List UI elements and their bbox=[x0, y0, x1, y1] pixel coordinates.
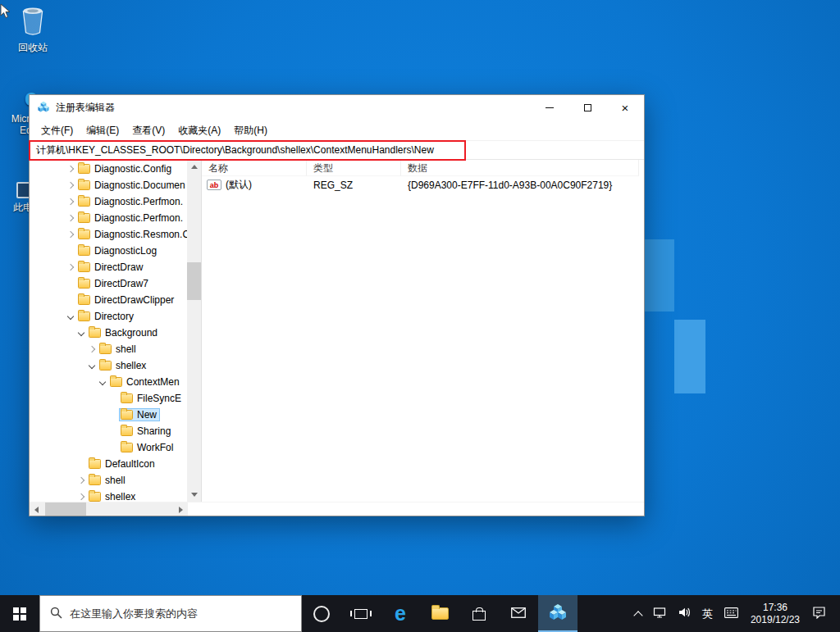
tree-item[interactable]: DirectDraw bbox=[30, 259, 187, 275]
vertical-scroll-track[interactable] bbox=[187, 174, 201, 488]
menu-item[interactable]: 帮助(H) bbox=[227, 120, 274, 141]
folder-icon bbox=[78, 262, 90, 272]
folder-icon bbox=[110, 377, 122, 387]
ime-mode-button[interactable]: 英 bbox=[696, 595, 719, 632]
folder-icon bbox=[78, 279, 90, 289]
taskbar-search-input[interactable]: 在这里输入你要搜索的内容 bbox=[39, 595, 302, 632]
taskbar: 在这里输入你要搜索的内容 e bbox=[0, 595, 840, 632]
desktop-icon-recycle-bin[interactable]: 回收站 bbox=[7, 7, 59, 53]
column-header-name[interactable]: 名称 bbox=[202, 160, 307, 176]
folder-icon bbox=[78, 197, 90, 207]
file-explorer-icon bbox=[431, 607, 449, 620]
tree-item[interactable]: WorkFol bbox=[30, 439, 187, 456]
start-button[interactable] bbox=[0, 595, 39, 632]
tree-item[interactable]: Diagnostic.Perfmon. bbox=[30, 193, 187, 210]
horizontal-scroll-track[interactable] bbox=[43, 502, 174, 516]
tree-item-label: Diagnostic.Perfmon. bbox=[94, 196, 183, 207]
close-button[interactable]: × bbox=[606, 95, 644, 120]
vertical-scroll-thumb[interactable] bbox=[187, 262, 201, 300]
regedit-window: 注册表编辑器 × 文件(F)编辑(E)查看(V)收藏夹(A)帮助(H) 计算机\… bbox=[29, 94, 645, 516]
scroll-right-icon[interactable] bbox=[174, 502, 188, 516]
scroll-down-icon[interactable] bbox=[187, 488, 201, 502]
tree-item[interactable]: Diagnostic.Config bbox=[30, 161, 187, 177]
menu-bar: 文件(F)编辑(E)查看(V)收藏夹(A)帮助(H) bbox=[30, 120, 644, 140]
tree-item[interactable]: DirectDraw7 bbox=[30, 275, 187, 292]
column-header-data[interactable]: 数据 bbox=[401, 160, 639, 176]
tree-item[interactable]: FileSyncE bbox=[30, 390, 187, 407]
cortana-button[interactable] bbox=[302, 595, 341, 632]
window-body: Diagnostic.Config Diagnostic.Documen Dia… bbox=[30, 160, 644, 502]
expand-icon[interactable] bbox=[76, 328, 86, 338]
tree-item-label: shell bbox=[116, 343, 136, 355]
clock[interactable]: 17:36 2019/12/23 bbox=[744, 602, 806, 626]
store-button[interactable] bbox=[459, 595, 499, 632]
menu-item[interactable]: 文件(F) bbox=[34, 120, 80, 141]
title-bar[interactable]: 注册表编辑器 × bbox=[30, 95, 644, 120]
value-name: (默认) bbox=[226, 178, 252, 192]
volume-button[interactable] bbox=[672, 595, 696, 632]
edge-icon: e bbox=[395, 603, 406, 624]
tree-item[interactable]: DefaultIcon bbox=[30, 456, 187, 472]
tree-item-label: FileSyncE bbox=[137, 393, 181, 404]
tree-item[interactable]: shellex bbox=[30, 489, 187, 502]
tree-item[interactable]: Directory bbox=[30, 308, 187, 325]
action-center-button[interactable] bbox=[806, 595, 832, 632]
tree-item[interactable]: Diagnostic.Documen bbox=[30, 177, 187, 193]
wallpaper-logo-pane bbox=[674, 320, 705, 393]
menu-item[interactable]: 查看(V) bbox=[126, 120, 171, 141]
expand-icon[interactable] bbox=[66, 262, 75, 272]
expand-icon[interactable] bbox=[66, 164, 75, 174]
edge-taskbar-button[interactable]: e bbox=[381, 595, 420, 632]
list-header: 名称 类型 数据 bbox=[202, 160, 644, 176]
ime-label: 英 bbox=[702, 607, 713, 621]
tree-item[interactable]: Diagnostic.Perfmon. bbox=[30, 210, 187, 226]
hidden-icons-button[interactable] bbox=[629, 595, 647, 632]
tree-vertical-scrollbar[interactable] bbox=[187, 160, 201, 502]
expand-icon[interactable] bbox=[98, 377, 107, 387]
touch-keyboard-button[interactable] bbox=[719, 595, 744, 632]
mail-button[interactable] bbox=[499, 595, 538, 632]
tree-item-label: Diagnostic.Documen bbox=[94, 180, 185, 191]
minimize-button[interactable] bbox=[531, 95, 568, 120]
tree-item[interactable]: DirectDrawClipper bbox=[30, 292, 187, 308]
expand-icon[interactable] bbox=[66, 213, 75, 223]
tree-item[interactable]: ContextMen bbox=[30, 374, 187, 390]
tree-item[interactable]: Background bbox=[30, 325, 187, 341]
horizontal-scroll-thumb[interactable] bbox=[45, 502, 86, 516]
expand-icon[interactable] bbox=[87, 361, 97, 371]
folder-icon bbox=[89, 459, 101, 469]
expand-icon[interactable] bbox=[76, 475, 86, 485]
column-header-type[interactable]: 类型 bbox=[307, 160, 401, 176]
address-bar[interactable]: 计算机\HKEY_CLASSES_ROOT\Directory\Backgrou… bbox=[30, 140, 644, 160]
folder-icon bbox=[78, 164, 90, 174]
regedit-taskbar-button[interactable] bbox=[538, 595, 578, 632]
tree-item[interactable]: shell bbox=[30, 341, 187, 357]
folder-icon bbox=[99, 361, 112, 371]
task-view-button[interactable] bbox=[341, 595, 381, 632]
tree-horizontal-scrollbar[interactable] bbox=[30, 502, 188, 516]
expand-icon[interactable] bbox=[66, 230, 75, 239]
network-button[interactable] bbox=[647, 595, 672, 632]
file-explorer-button[interactable] bbox=[420, 595, 459, 632]
folder-icon bbox=[78, 213, 90, 223]
task-view-icon bbox=[354, 609, 368, 619]
expand-icon[interactable] bbox=[76, 492, 86, 502]
menu-item[interactable]: 收藏夹(A) bbox=[171, 120, 227, 141]
expand-icon[interactable] bbox=[66, 311, 75, 321]
window-controls: × bbox=[531, 95, 644, 120]
menu-item[interactable]: 编辑(E) bbox=[80, 120, 126, 141]
tree-item[interactable]: New bbox=[30, 407, 187, 423]
tree-item[interactable]: Diagnostic.Resmon.C bbox=[30, 226, 187, 243]
tree-item[interactable]: DiagnosticLog bbox=[30, 243, 187, 259]
tree-item[interactable]: Sharing bbox=[30, 423, 187, 439]
tree-item[interactable]: shellex bbox=[30, 357, 187, 374]
maximize-button[interactable] bbox=[568, 95, 606, 120]
value-row[interactable]: ab (默认) REG_SZ {D969A300-E7FF-11d0-A93B-… bbox=[202, 176, 644, 193]
tree-item-label: DiagnosticLog bbox=[94, 245, 157, 257]
expand-icon[interactable] bbox=[66, 180, 75, 190]
scroll-up-icon[interactable] bbox=[187, 160, 201, 174]
tree-item[interactable]: shell bbox=[30, 472, 187, 489]
expand-icon[interactable] bbox=[87, 344, 97, 354]
scroll-left-icon[interactable] bbox=[30, 502, 43, 516]
expand-icon[interactable] bbox=[66, 197, 75, 207]
